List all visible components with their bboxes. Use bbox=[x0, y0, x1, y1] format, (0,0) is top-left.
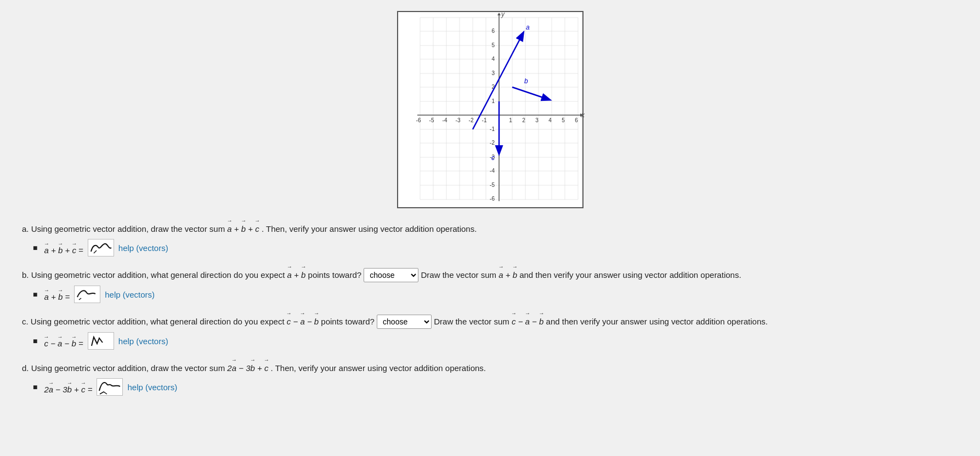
question-d-section: d. Using geometric vector addition, draw… bbox=[22, 357, 958, 396]
question-a-prefix: a. Using geometric vector addition, draw… bbox=[22, 224, 225, 233]
help-d-link[interactable]: help (vectors) bbox=[127, 383, 177, 392]
svg-text:-6: -6 bbox=[490, 196, 495, 202]
question-c-text: c. Using geometric vector addition, what… bbox=[22, 311, 958, 329]
svg-text:4: 4 bbox=[548, 117, 552, 123]
svg-line-59 bbox=[512, 87, 550, 100]
coordinate-graph: x y -6 -5 -4 -3 -2 -1 1 2 3 4 5 6 6 bbox=[398, 12, 585, 209]
svg-text:-4: -4 bbox=[490, 168, 495, 174]
svg-text:-1: -1 bbox=[490, 126, 495, 132]
question-d-vec-a: a bbox=[232, 357, 236, 375]
svg-text:1: 1 bbox=[509, 117, 512, 123]
direction-c-dropdown[interactable]: choose up-left up-right down-left down-r… bbox=[377, 315, 432, 329]
svg-text:-2: -2 bbox=[468, 117, 473, 123]
help-a-link[interactable]: help (vectors) bbox=[118, 243, 168, 253]
question-d-answer-row: ■ 2a − 3b + c = help (vectors) bbox=[33, 378, 958, 396]
question-a-section: a. Using geometric vector addition, draw… bbox=[22, 218, 958, 256]
question-b-prefix: b. Using geometric vector addition, what… bbox=[22, 270, 287, 280]
question-b-suffix: Draw the vector sum a + b and then verif… bbox=[421, 270, 741, 280]
question-b-mid: points toward? bbox=[308, 270, 362, 280]
svg-text:-5: -5 bbox=[490, 182, 495, 188]
direction-b-dropdown[interactable]: choose up-left up-right down-left down-r… bbox=[364, 268, 418, 282]
question-c-vec-c: c bbox=[287, 311, 291, 328]
question-d-suffix: . Then, verify your answer using vector … bbox=[271, 363, 486, 373]
help-c-link[interactable]: help (vectors) bbox=[118, 337, 168, 346]
question-c-suffix: Draw the vector sum c − a − b and then v… bbox=[434, 317, 768, 326]
question-b-section: b. Using geometric vector addition, what… bbox=[22, 264, 958, 303]
question-d-text: d. Using geometric vector addition, draw… bbox=[22, 357, 958, 375]
help-b-link[interactable]: help (vectors) bbox=[105, 290, 155, 299]
svg-text:x: x bbox=[581, 111, 585, 119]
svg-text:-6: -6 bbox=[416, 117, 421, 123]
question-b-text: b. Using geometric vector addition, what… bbox=[22, 264, 958, 282]
svg-text:y: y bbox=[501, 12, 505, 18]
question-c-prefix: c. Using geometric vector addition, what… bbox=[22, 317, 287, 326]
svg-text:6: 6 bbox=[575, 117, 578, 123]
svg-text:-2: -2 bbox=[490, 140, 495, 146]
svg-text:-4: -4 bbox=[442, 117, 447, 123]
svg-text:1: 1 bbox=[491, 98, 495, 104]
svg-text:-1: -1 bbox=[481, 117, 486, 123]
answer-c-expr: c − a − b = bbox=[44, 334, 83, 348]
question-c-answer-row: ■ c − a − b = help (vectors) bbox=[33, 332, 958, 350]
svg-text:6: 6 bbox=[491, 28, 495, 34]
question-a-answer-row: ■ a + b + c = help (vectors) bbox=[33, 239, 958, 256]
question-b-vec-b: b bbox=[301, 264, 305, 282]
svg-text:-3: -3 bbox=[455, 117, 460, 123]
graph-container: x y -6 -5 -4 -3 -2 -1 1 2 3 4 5 6 6 bbox=[397, 11, 584, 208]
answer-b-expr: a + b = bbox=[44, 288, 70, 301]
bullet-c: ■ bbox=[33, 337, 37, 345]
question-d-vec-c: c bbox=[264, 357, 269, 375]
answer-a-input[interactable] bbox=[88, 239, 114, 256]
svg-text:a: a bbox=[526, 24, 530, 31]
question-a-expr: a + b + c bbox=[227, 224, 259, 233]
svg-text:3: 3 bbox=[535, 117, 539, 123]
svg-text:5: 5 bbox=[491, 42, 495, 48]
question-b-answer-row: ■ a + b = help (vectors) bbox=[33, 286, 958, 303]
answer-c-input[interactable] bbox=[88, 332, 114, 350]
bullet-a: ■ bbox=[33, 243, 37, 252]
bullet-b: ■ bbox=[33, 290, 37, 299]
question-d-vec-b: b bbox=[250, 357, 254, 375]
svg-text:3: 3 bbox=[491, 70, 495, 76]
question-c-vec-a: a bbox=[300, 311, 304, 328]
svg-text:b: b bbox=[524, 77, 528, 85]
svg-text:4: 4 bbox=[491, 56, 495, 62]
question-d-prefix: d. Using geometric vector addition, draw… bbox=[22, 363, 227, 373]
svg-text:5: 5 bbox=[562, 117, 565, 123]
question-c-section: c. Using geometric vector addition, what… bbox=[22, 311, 958, 350]
answer-d-expr: 2a − 3b + c = bbox=[44, 380, 92, 394]
bullet-d: ■ bbox=[33, 383, 37, 391]
svg-text:c: c bbox=[491, 154, 495, 162]
question-b-vec-a: a bbox=[287, 264, 292, 282]
svg-text:-5: -5 bbox=[429, 117, 434, 123]
svg-text:2: 2 bbox=[522, 117, 525, 123]
question-c-vec-b: b bbox=[314, 311, 319, 328]
question-a-suffix: . Then, verify your answer using vector … bbox=[262, 224, 477, 233]
answer-b-input[interactable] bbox=[74, 286, 100, 303]
answer-a-expr: a + b + c = bbox=[44, 241, 83, 255]
answer-d-input[interactable] bbox=[97, 378, 123, 396]
page-container: x y -6 -5 -4 -3 -2 -1 1 2 3 4 5 6 6 bbox=[22, 11, 958, 396]
question-c-mid: points toward? bbox=[321, 317, 375, 326]
question-a-text: a. Using geometric vector addition, draw… bbox=[22, 218, 958, 236]
svg-marker-30 bbox=[497, 13, 501, 15]
graph-wrapper: x y -6 -5 -4 -3 -2 -1 1 2 3 4 5 6 6 bbox=[22, 11, 958, 208]
